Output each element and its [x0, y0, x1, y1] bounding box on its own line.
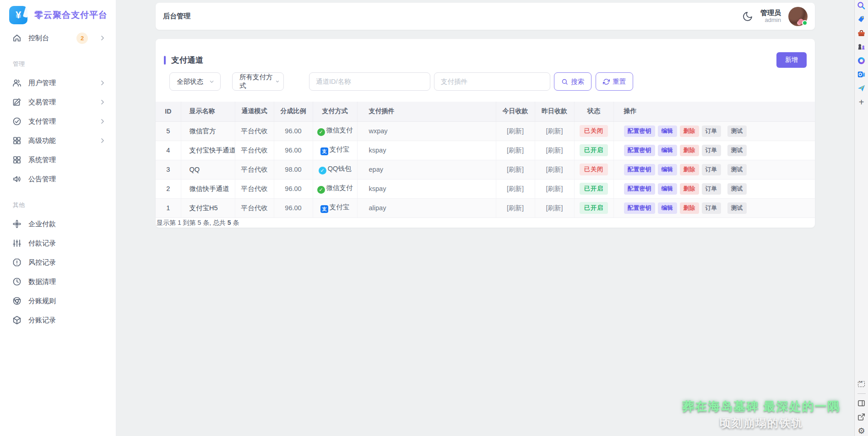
open-external-icon[interactable]	[857, 413, 866, 421]
order-button[interactable]: 订单	[702, 202, 721, 214]
yesterday-income: [刷新]	[535, 141, 574, 160]
payment-method-label: 微信支付	[326, 126, 353, 134]
refresh-today-link[interactable]: [刷新]	[507, 185, 524, 192]
refresh-today-link[interactable]: [刷新]	[507, 127, 524, 135]
edit-button[interactable]: 编辑	[658, 145, 677, 156]
configure-key-button[interactable]: 配置密钥	[624, 145, 655, 156]
plugin-search-input[interactable]	[434, 72, 550, 91]
subtitle-line-2: 顷刻崩塌的铁轨	[682, 416, 840, 431]
refresh-today-link[interactable]: [刷新]	[507, 166, 524, 173]
configure-key-button[interactable]: 配置密钥	[624, 164, 655, 175]
payment-plugin: wxpay	[357, 121, 496, 141]
delete-button[interactable]: 删除	[680, 183, 699, 195]
avatar[interactable]	[788, 7, 808, 26]
sidebar-nav: 控制台2管理用户管理交易管理支付管理高级功能系统管理公告管理其他企业付款付款记录…	[0, 24, 116, 330]
status: 已开启	[574, 141, 613, 160]
test-button[interactable]: 测试	[727, 145, 747, 156]
refresh-yesterday-link[interactable]: [刷新]	[546, 185, 563, 192]
status-select-value: 全部状态	[177, 77, 203, 86]
payment-plugin: kspay	[357, 141, 496, 160]
status-badge: 已开启	[580, 202, 608, 214]
delete-button[interactable]: 删除	[680, 145, 699, 156]
payment-method-label: QQ钱包	[328, 165, 352, 172]
test-button[interactable]: 测试	[727, 164, 747, 175]
microsoft-365-icon[interactable]	[857, 56, 866, 65]
row-id: 1	[156, 198, 181, 218]
sidebar-item-label: 系统管理	[28, 156, 56, 164]
sidebar-item-user-management[interactable]: 用户管理	[0, 73, 116, 93]
sidebar-item-split-rules[interactable]: 分账规则	[0, 291, 116, 311]
refresh-yesterday-link[interactable]: [刷新]	[546, 127, 563, 135]
brand[interactable]: ¥ 零云聚合支付平台	[0, 0, 116, 24]
delete-button[interactable]: 删除	[680, 202, 699, 214]
row-id: 2	[156, 179, 181, 198]
games-icon[interactable]	[857, 43, 866, 51]
channel-name: 支付宝H5	[181, 198, 235, 218]
row-id: 4	[156, 141, 181, 160]
send-icon[interactable]	[857, 84, 866, 93]
sidebar-item-announcement-management[interactable]: 公告管理	[0, 169, 116, 189]
refresh-today-link[interactable]: [刷新]	[507, 147, 524, 154]
dark-mode-toggle-moon-icon[interactable]	[742, 11, 753, 22]
order-button[interactable]: 订单	[702, 164, 721, 175]
sidebar: ¥ 零云聚合支付平台 控制台2管理用户管理交易管理支付管理高级功能系统管理公告管…	[0, 0, 116, 436]
test-button[interactable]: 测试	[727, 183, 747, 195]
sidebar-item-data-cleanup[interactable]: 数据清理	[0, 272, 116, 291]
configure-key-button[interactable]: 配置密钥	[624, 125, 655, 137]
screenshot-icon[interactable]	[857, 380, 866, 388]
delete-button[interactable]: 删除	[680, 125, 699, 137]
sidebar-item-advanced-features[interactable]: 高级功能	[0, 131, 116, 150]
column-header: 今日收款	[496, 102, 535, 121]
channel-search-input[interactable]	[309, 72, 430, 91]
add-icon[interactable]: +	[857, 98, 866, 106]
topbar-right: 管理员 admin	[742, 7, 808, 26]
sidebar-item-console[interactable]: 控制台2	[0, 28, 116, 48]
edit-button[interactable]: 编辑	[658, 202, 677, 214]
sidebar-item-label: 用户管理	[28, 79, 56, 87]
test-button[interactable]: 测试	[727, 202, 747, 214]
configure-key-button[interactable]: 配置密钥	[624, 183, 655, 195]
column-header: 状态	[574, 102, 613, 121]
divider	[857, 393, 866, 394]
test-button[interactable]: 测试	[727, 125, 747, 137]
split-rate: 96.00	[274, 179, 313, 198]
order-button[interactable]: 订单	[702, 145, 721, 156]
method-select[interactable]: 所有支付方式	[232, 72, 284, 91]
edit-button[interactable]: 编辑	[658, 125, 677, 137]
toolbox-icon[interactable]	[857, 29, 866, 38]
status-select[interactable]: 全部状态	[169, 72, 221, 91]
configure-key-button[interactable]: 配置密钥	[624, 202, 655, 214]
refresh-yesterday-link[interactable]: [刷新]	[546, 166, 563, 173]
payment-method: 支支付宝	[313, 198, 357, 218]
order-button[interactable]: 订单	[702, 125, 721, 137]
refresh-yesterday-link[interactable]: [刷新]	[546, 147, 563, 154]
table-row: 3QQ平台代收98.00✓QQ钱包epay[刷新][刷新]已关闭配置密钥编辑删除…	[156, 160, 815, 179]
sidebar-item-enterprise-payment[interactable]: 企业付款	[0, 214, 116, 234]
refresh-yesterday-link[interactable]: [刷新]	[546, 204, 563, 212]
add-button[interactable]: 新增	[776, 52, 807, 68]
settings-icon[interactable]: ⚙	[857, 426, 866, 435]
reset-button[interactable]: 重置	[596, 72, 633, 91]
user-menu[interactable]: 管理员 admin	[760, 9, 781, 23]
panel-head: 支付通道 新增	[164, 52, 807, 68]
column-header: 支付方式	[313, 102, 357, 121]
edit-button[interactable]: 编辑	[658, 183, 677, 195]
sidebar-item-payment-management[interactable]: 支付管理	[0, 112, 116, 131]
delete-button[interactable]: 删除	[680, 164, 699, 175]
sidebar-item-split-records[interactable]: 分账记录	[0, 311, 116, 330]
refresh-today-link[interactable]: [刷新]	[507, 204, 524, 212]
channel-mode: 平台代收	[235, 160, 274, 179]
sidebar-item-payment-records[interactable]: 付款记录	[0, 234, 116, 253]
sidebar-item-risk-records[interactable]: 风控记录	[0, 253, 116, 272]
sidebar-item-system-management[interactable]: 系统管理	[0, 150, 116, 169]
outlook-icon[interactable]	[857, 70, 866, 79]
payment-channels-panel: 支付通道 新增 全部状态 所有支付方式 搜索 重置	[156, 39, 815, 228]
split-screen-icon[interactable]	[857, 399, 866, 408]
edit-button[interactable]: 编辑	[658, 164, 677, 175]
search-button[interactable]: 搜索	[554, 72, 591, 91]
chevron-right-icon	[99, 35, 106, 41]
shopping-tag-icon[interactable]	[857, 15, 866, 24]
sidebar-item-transaction-management[interactable]: 交易管理	[0, 93, 116, 112]
search-icon[interactable]	[857, 1, 866, 10]
order-button[interactable]: 订单	[702, 183, 721, 195]
